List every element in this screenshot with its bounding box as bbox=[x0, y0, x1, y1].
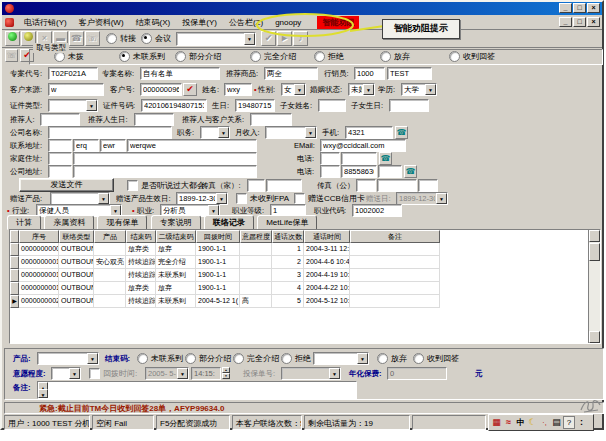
tab-calculate[interactable]: 计算 bbox=[7, 215, 41, 230]
menu-policy[interactable]: 投保单(Y) bbox=[176, 17, 223, 28]
referrer-relation-input[interactable] bbox=[250, 113, 292, 126]
col-seq[interactable]: 序号 bbox=[19, 230, 59, 243]
col-note[interactable]: 备注 bbox=[350, 230, 440, 243]
note-scroll-down-icon[interactable]: ▼ bbox=[38, 389, 48, 398]
office-phone-ext-input[interactable] bbox=[378, 165, 402, 178]
office-addr-input-2[interactable] bbox=[73, 165, 257, 178]
tab-contact-records[interactable]: 联络记录 bbox=[204, 215, 254, 230]
reject-reason-combobox[interactable]: ▼ bbox=[313, 352, 369, 365]
chevron-down-icon[interactable]: ▼ bbox=[305, 127, 316, 138]
referrer-input[interactable] bbox=[40, 113, 80, 126]
child-birthday-input[interactable] bbox=[389, 99, 429, 112]
fax-office-area-input[interactable] bbox=[356, 179, 376, 192]
tab-existing-policies[interactable]: 现有保单 bbox=[97, 215, 147, 230]
contact-addr-input-1[interactable] bbox=[48, 139, 72, 152]
email-input[interactable] bbox=[320, 139, 406, 152]
col-end-code[interactable]: 结束码 bbox=[126, 230, 156, 243]
income-combobox[interactable]: ▼ bbox=[265, 126, 317, 139]
office-addr-input-1[interactable] bbox=[48, 165, 72, 178]
extension-combobox[interactable]: ▼ bbox=[176, 32, 256, 46]
phone-out-icon[interactable]: ☎ bbox=[69, 31, 84, 46]
chevron-down-icon[interactable]: ▼ bbox=[436, 193, 447, 204]
menu-bulletin[interactable]: 公告栏(Z) bbox=[223, 17, 269, 28]
chevron-down-icon[interactable]: ▼ bbox=[69, 368, 80, 379]
phone-in-icon[interactable]: ☏ bbox=[85, 31, 100, 46]
office-phone-area-input[interactable] bbox=[320, 165, 340, 178]
chevron-down-icon[interactable]: ▼ bbox=[294, 84, 305, 95]
id-type-combobox[interactable]: ▼ bbox=[48, 99, 98, 112]
dialtype-signed-radio[interactable]: 收到回签 bbox=[449, 50, 495, 63]
help-icon[interactable]: ? bbox=[563, 416, 575, 429]
next-call-icon[interactable]: ► bbox=[277, 31, 292, 46]
premium-input[interactable] bbox=[387, 367, 447, 380]
home-addr-input-2[interactable] bbox=[73, 152, 257, 165]
mdi-restore-button[interactable]: □ bbox=[573, 17, 586, 27]
mdi-minimize-button[interactable]: _ bbox=[559, 17, 572, 27]
menu-gnoopy[interactable]: gnoopy bbox=[269, 18, 307, 27]
fax-home-area-input[interactable] bbox=[247, 179, 265, 192]
dial-office-button[interactable]: ☎ bbox=[404, 165, 417, 178]
id-no-input[interactable] bbox=[141, 99, 207, 112]
dial-number-button[interactable]: ☏ bbox=[5, 49, 18, 62]
tab-case-notes[interactable]: 专案说明 bbox=[151, 215, 201, 230]
chevron-down-icon[interactable]: ▼ bbox=[329, 368, 340, 379]
office-phone-input[interactable] bbox=[341, 165, 377, 178]
code-fullintro-radio[interactable]: 完全介绍 bbox=[233, 352, 279, 365]
menu-smart-dissuade-alert[interactable]: 智能劝阻 bbox=[317, 16, 359, 29]
product-input[interactable] bbox=[264, 67, 318, 80]
contact-addr-input-3[interactable] bbox=[100, 139, 126, 152]
tab-metlife-policies[interactable]: MetLife保单 bbox=[257, 215, 317, 230]
col-callback-time[interactable]: 回拨时间 bbox=[196, 230, 240, 243]
callback-date-combobox[interactable]: 2005- 5-20▼ bbox=[145, 367, 189, 380]
name-input[interactable] bbox=[224, 83, 252, 96]
mdi-close-button[interactable]: × bbox=[587, 17, 600, 27]
mobile-input[interactable] bbox=[345, 126, 393, 139]
marital-combobox[interactable]: 未婚▼ bbox=[348, 83, 375, 96]
scroll-down-icon[interactable] bbox=[589, 331, 600, 343]
child-name-input[interactable] bbox=[318, 99, 346, 112]
occ-code-input[interactable] bbox=[352, 204, 402, 217]
home-phone-input[interactable] bbox=[341, 152, 377, 165]
restore-button[interactable]: □ bbox=[573, 3, 586, 13]
agent-name-input[interactable] bbox=[387, 67, 432, 80]
chevron-down-icon[interactable]: ▼ bbox=[218, 127, 229, 138]
menu-end-code[interactable]: 结束码(X) bbox=[130, 17, 177, 28]
fax-home-input[interactable] bbox=[266, 179, 302, 192]
menu-telemarketing[interactable]: 电话行销(Y) bbox=[18, 17, 73, 28]
home-addr-input-1[interactable] bbox=[48, 152, 72, 165]
chevron-down-icon[interactable]: ▼ bbox=[177, 368, 188, 379]
ime-halfwidth-moon-icon[interactable]: ☾ bbox=[527, 416, 538, 429]
dialtype-partintro-radio[interactable]: 部分介绍 bbox=[175, 50, 221, 63]
source-input[interactable] bbox=[48, 83, 104, 96]
verify-customer-button[interactable]: ✔ bbox=[183, 83, 197, 96]
policy-no-combobox[interactable]: ▼ bbox=[281, 367, 341, 380]
transfer-radio[interactable]: 转接 bbox=[106, 33, 136, 44]
contact-addr-input-2[interactable] bbox=[73, 139, 99, 152]
customer-no-input[interactable] bbox=[140, 83, 182, 96]
chevron-down-icon[interactable]: ▼ bbox=[425, 84, 436, 95]
ime-softkeyboard-icon[interactable]: ▤ bbox=[551, 416, 562, 429]
fax-office-input[interactable] bbox=[377, 179, 417, 192]
contact-addr-input-4[interactable] bbox=[127, 139, 257, 152]
code-notreached-radio[interactable]: 未联系到 bbox=[137, 352, 183, 365]
chevron-down-icon[interactable]: ▼ bbox=[98, 193, 109, 204]
dialtype-fullintro-radio[interactable]: 完全介绍 bbox=[250, 50, 296, 63]
dialtype-reject-radio[interactable]: 拒绝 bbox=[314, 50, 344, 63]
chevron-down-icon[interactable]: ▼ bbox=[244, 33, 255, 45]
note-textarea[interactable]: ▲ ▼ bbox=[37, 381, 357, 399]
send-file-button[interactable]: 发送文件 bbox=[19, 178, 114, 192]
dial-mobile-button[interactable]: ☎ bbox=[395, 126, 408, 139]
close-button[interactable]: × bbox=[587, 3, 600, 13]
gender-combobox[interactable]: 女▼ bbox=[281, 83, 306, 96]
conference-radio[interactable]: 会议 bbox=[141, 33, 171, 44]
chevron-down-icon[interactable]: ▼ bbox=[87, 353, 98, 364]
code-signed-radio[interactable]: 收到回签 bbox=[413, 352, 459, 365]
ime-brush-icon[interactable]: ≈ bbox=[503, 416, 514, 429]
fax-office-ext-input[interactable] bbox=[418, 179, 438, 192]
tab-relatives[interactable]: 亲属资料 bbox=[44, 215, 94, 230]
tray-more-icon[interactable]: : bbox=[576, 416, 587, 429]
referrer-birthday-input[interactable] bbox=[134, 113, 174, 126]
home-phone-area-input[interactable] bbox=[320, 152, 340, 165]
menu-customer-data[interactable]: 客户资料(W) bbox=[73, 17, 130, 28]
minimize-button[interactable]: _ bbox=[559, 3, 572, 13]
